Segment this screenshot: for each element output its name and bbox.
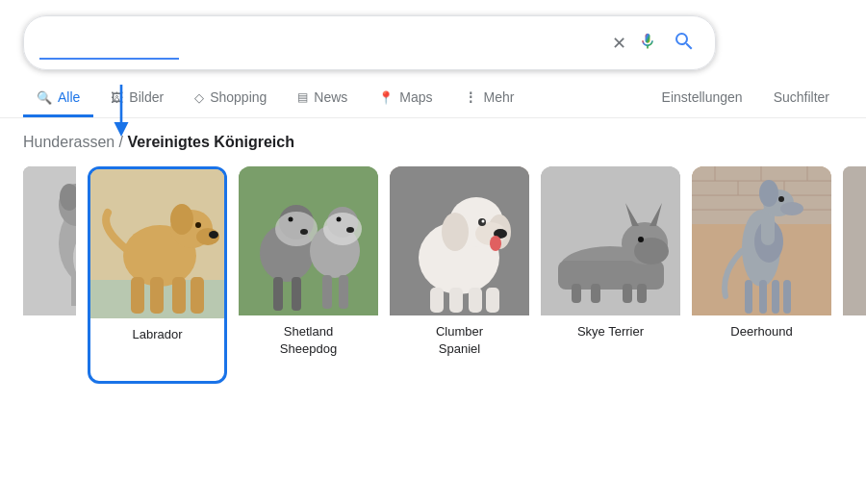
settings-label: Einstellungen	[662, 89, 743, 105]
filter-label: Suchfilter	[774, 89, 829, 105]
svg-rect-5	[71, 272, 76, 306]
svg-rect-81	[772, 280, 779, 314]
dog-card-shetland[interactable]: ShetlandSheepdog	[239, 166, 378, 384]
svg-rect-46	[430, 288, 444, 313]
svg-rect-58	[572, 284, 581, 303]
tab-maps-label: Maps	[399, 89, 432, 105]
breadcrumb-parent: Hunderassen	[23, 134, 115, 150]
maps-icon: 📍	[378, 90, 394, 105]
svg-point-32	[289, 217, 293, 222]
svg-rect-59	[591, 284, 600, 303]
tab-alle-label: Alle	[58, 89, 80, 105]
tab-alle[interactable]: 🔍 Alle	[23, 80, 93, 117]
settings-link[interactable]: Einstellungen	[649, 80, 756, 117]
svg-point-16	[209, 231, 218, 239]
svg-rect-28	[273, 277, 283, 311]
svg-rect-17	[131, 277, 144, 314]
svg-rect-19	[172, 277, 186, 314]
svg-point-78	[759, 180, 778, 207]
svg-rect-80	[759, 280, 767, 314]
tab-maps[interactable]: 📍 Maps	[365, 80, 446, 117]
shetland-label: ShetlandSheepdog	[274, 315, 343, 365]
search-input[interactable]: britische hunderasse	[39, 35, 612, 52]
dog-card-clumber[interactable]: ClumberSpaniel	[390, 166, 529, 384]
svg-point-33	[337, 217, 342, 222]
svg-point-76	[780, 202, 803, 215]
clumber-label: ClumberSpaniel	[430, 315, 489, 365]
tab-news-label: News	[314, 89, 347, 105]
news-icon: ▤	[297, 90, 308, 104]
dog-card-skye[interactable]: Skye Terrier	[541, 166, 680, 384]
svg-marker-1	[115, 122, 129, 137]
filter-link[interactable]: Suchfilter	[760, 80, 843, 117]
tab-shopping[interactable]: ◇ Shopping	[181, 80, 280, 117]
svg-point-27	[323, 213, 362, 245]
svg-rect-20	[191, 277, 204, 314]
svg-point-15	[195, 222, 201, 228]
skye-label: Skye Terrier	[572, 315, 650, 348]
tab-mehr[interactable]: ⋮ Mehr	[450, 80, 528, 117]
deerhound-label: Deerhound	[725, 315, 798, 348]
alle-icon: 🔍	[37, 90, 52, 105]
tab-mehr-label: Mehr	[484, 89, 515, 105]
svg-point-44	[482, 220, 485, 223]
svg-point-45	[490, 236, 501, 251]
svg-rect-82	[783, 280, 791, 314]
svg-rect-79	[745, 280, 752, 314]
svg-point-14	[170, 204, 193, 235]
svg-rect-30	[322, 275, 332, 309]
labrador-label: Labrador	[126, 318, 188, 351]
tab-news[interactable]: ▤ News	[284, 80, 361, 117]
dog-cards-container: Labrador	[0, 159, 866, 384]
svg-point-35	[346, 227, 354, 233]
svg-point-39	[442, 213, 469, 251]
search-underline	[39, 58, 179, 60]
svg-rect-83	[843, 166, 866, 315]
mehr-dots-icon: ⋮	[464, 89, 478, 105]
shopping-icon: ◇	[194, 90, 204, 105]
partial-right-card[interactable]: Eng..Co..Spa..	[843, 166, 866, 384]
search-button[interactable]	[669, 26, 700, 60]
dog-card-labrador[interactable]: Labrador	[88, 166, 227, 384]
svg-point-34	[300, 229, 308, 235]
dog-card-deerhound[interactable]: Deerhound	[692, 166, 831, 384]
svg-rect-49	[486, 288, 499, 313]
svg-rect-61	[637, 284, 647, 303]
search-bar-area: britische hunderasse ✕	[0, 0, 866, 80]
search-box: britische hunderasse ✕	[23, 15, 716, 70]
svg-rect-31	[339, 275, 348, 309]
clear-icon[interactable]: ✕	[612, 33, 626, 54]
search-icons: ✕	[612, 26, 700, 60]
breadcrumb-current: Vereinigtes Königreich	[128, 134, 294, 150]
partial-left-card[interactable]	[23, 166, 76, 384]
svg-point-55	[638, 237, 644, 242]
arrow-indicator	[102, 85, 140, 146]
svg-rect-29	[292, 277, 301, 311]
tab-shopping-label: Shopping	[210, 89, 267, 105]
svg-point-77	[778, 196, 784, 202]
svg-rect-18	[150, 277, 164, 314]
svg-rect-48	[469, 288, 482, 313]
svg-rect-60	[623, 284, 632, 303]
mic-icon[interactable]	[638, 32, 657, 55]
svg-rect-47	[449, 288, 463, 313]
svg-point-24	[275, 212, 318, 246]
